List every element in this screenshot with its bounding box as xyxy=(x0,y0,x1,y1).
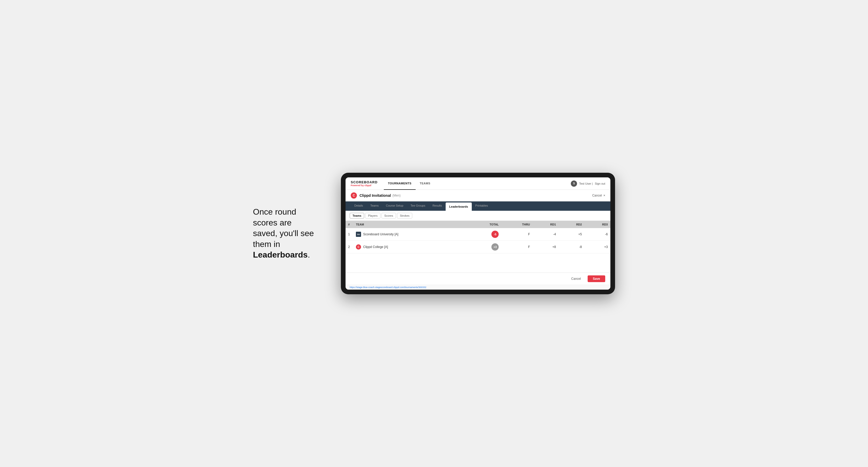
intro-text: Once roundscores aresaved, you'll seethe… xyxy=(253,207,314,259)
table-body: 1 SU Scoreboard University [A] -5 F xyxy=(345,228,610,253)
thru-cell: F xyxy=(501,241,532,253)
sub-tab-scores[interactable]: Scores xyxy=(381,213,396,218)
table-row: 2 C Clippd College [A] +3 F xyxy=(345,241,610,253)
sub-tab-strokes[interactable]: Strokes xyxy=(397,213,412,218)
col-rd2: RD2 xyxy=(558,221,584,228)
rank-cell: 2 xyxy=(345,241,353,253)
brand-logo: SCOREBOARD Powered by clippd xyxy=(351,180,378,187)
rd2-cell: -8 xyxy=(558,241,584,253)
url-bar: https://stage-blue-coach.stagescoreboard… xyxy=(345,285,610,290)
cancel-button-footer[interactable]: Cancel xyxy=(567,275,585,282)
nav-tab-teams[interactable]: TEAMS xyxy=(416,177,435,190)
sub-tab-teams[interactable]: Teams xyxy=(350,213,364,218)
tablet-screen: SCOREBOARD Powered by clippd TOURNAMENTS… xyxy=(345,177,610,290)
modal-footer: Cancel Save xyxy=(345,273,610,285)
sub-tabs: Teams Players Scores Strokes xyxy=(345,211,610,221)
cancel-button-header[interactable]: Cancel × xyxy=(592,194,605,197)
close-icon: × xyxy=(603,194,605,197)
team-logo-su: SU xyxy=(356,232,361,237)
rank-cell: 1 xyxy=(345,228,353,241)
page-wrapper: Once roundscores aresaved, you'll seethe… xyxy=(253,173,615,294)
brand-subtitle: Powered by clippd xyxy=(351,184,378,187)
section-tab-printables[interactable]: Printables xyxy=(472,201,492,211)
user-name: Test User | xyxy=(579,182,593,185)
rd3-cell: -6 xyxy=(585,228,610,241)
team-logo-c: C xyxy=(356,244,361,250)
tablet-device: SCOREBOARD Powered by clippd TOURNAMENTS… xyxy=(341,173,615,294)
rd1-cell: -4 xyxy=(532,228,558,241)
brand-clippd: clippd xyxy=(365,184,371,187)
save-button[interactable]: Save xyxy=(588,275,605,282)
col-thru: THRU xyxy=(501,221,532,228)
left-text-block: Once roundscores aresaved, you'll seethe… xyxy=(253,207,326,260)
brand-title: SCOREBOARD xyxy=(351,180,378,184)
section-tab-tee-groups[interactable]: Tee Groups xyxy=(407,201,429,211)
score-badge-red: -5 xyxy=(491,231,499,238)
col-rank: # xyxy=(345,221,353,228)
total-cell: -5 xyxy=(467,228,501,241)
nav-tab-tournaments[interactable]: TOURNAMENTS xyxy=(384,177,416,190)
rd2-cell: +5 xyxy=(558,228,584,241)
leaderboard-content: # TEAM TOTAL THRU RD1 RD2 RD3 1 xyxy=(345,221,610,273)
nav-bar: SCOREBOARD Powered by clippd TOURNAMENTS… xyxy=(345,177,610,190)
team-name: Scoreboard University [A] xyxy=(363,232,398,236)
section-tabs: Details Teams Course Setup Tee Groups Re… xyxy=(345,201,610,211)
team-cell: C Clippd College [A] xyxy=(353,241,467,253)
col-rd1: RD1 xyxy=(532,221,558,228)
col-rd3: RD3 xyxy=(585,221,610,228)
thru-cell: F xyxy=(501,228,532,241)
sign-out-link[interactable]: Sign out xyxy=(595,182,605,185)
col-total: TOTAL xyxy=(467,221,501,228)
leaderboards-highlight: Leaderboards xyxy=(253,250,308,259)
total-cell: +3 xyxy=(467,241,501,253)
tournament-header: C Clippd Invitational (Men) Cancel × xyxy=(345,190,610,201)
team-name: Clippd College [A] xyxy=(363,245,388,249)
section-tab-details[interactable]: Details xyxy=(351,201,367,211)
section-tab-teams[interactable]: Teams xyxy=(367,201,382,211)
nav-tabs: TOURNAMENTS TEAMS xyxy=(384,177,571,190)
user-avatar: S xyxy=(571,181,577,187)
url-text: https://stage-blue-coach.stagescoreboard… xyxy=(350,286,426,288)
team-cell: SU Scoreboard University [A] xyxy=(353,228,467,241)
section-tab-course-setup[interactable]: Course Setup xyxy=(382,201,407,211)
nav-right: S Test User | Sign out xyxy=(571,181,605,187)
section-tab-results[interactable]: Results xyxy=(429,201,446,211)
col-team: TEAM xyxy=(353,221,467,228)
table-row: 1 SU Scoreboard University [A] -5 F xyxy=(345,228,610,241)
leaderboard-table: # TEAM TOTAL THRU RD1 RD2 RD3 1 xyxy=(345,221,610,253)
rd3-cell: +3 xyxy=(585,241,610,253)
score-badge-gray: +3 xyxy=(491,243,499,251)
tournament-logo: C xyxy=(351,192,357,198)
sub-tab-players[interactable]: Players xyxy=(365,213,380,218)
table-header: # TEAM TOTAL THRU RD1 RD2 RD3 xyxy=(345,221,610,228)
section-tab-leaderboards[interactable]: Leaderboards xyxy=(446,203,472,211)
rd1-cell: +8 xyxy=(532,241,558,253)
tournament-name: Clippd Invitational xyxy=(360,193,391,197)
tournament-gender: (Men) xyxy=(392,194,400,197)
